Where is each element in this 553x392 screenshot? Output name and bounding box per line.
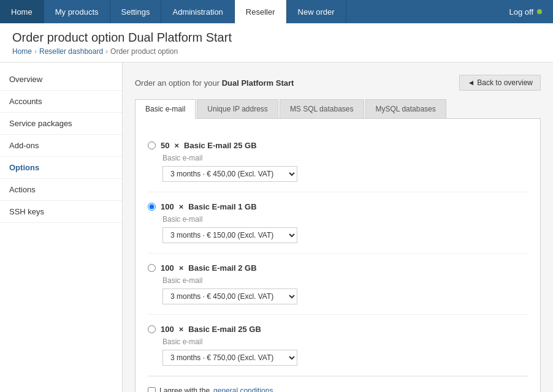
nav-administration[interactable]: Administration [161, 0, 234, 23]
order-intro-text: Order an option for your Dual Platform S… [135, 78, 294, 88]
sidebar-item-add-ons[interactable]: Add-ons [0, 135, 122, 157]
option-quantity-3: 100 [161, 263, 174, 273]
nav-home[interactable]: Home [0, 0, 44, 23]
logoff-button[interactable]: Log off [498, 0, 553, 23]
back-chevron-icon: ◄ [467, 78, 475, 87]
option-row-2: 100 × Basic E-mail 1 GB Basic e-mail 3 m… [148, 192, 528, 254]
option-sublabel-1: Basic e-mail [162, 154, 528, 162]
sidebar-item-accounts[interactable]: Accounts [0, 91, 122, 113]
breadcrumb-sep1: › [34, 47, 37, 56]
option-name-1: Basic E-mail 25 GB [184, 141, 257, 150]
tab-unique-ip[interactable]: Unique IP address [197, 99, 278, 118]
order-product-name: Dual Platform Start [222, 78, 294, 88]
option-row-3: 100 × Basic E-mail 2 GB Basic e-mail 3 m… [148, 254, 528, 315]
option-label-2[interactable]: 100 × Basic E-mail 1 GB [148, 202, 528, 211]
page-title: Order product option Dual Platform Start [12, 31, 541, 45]
option-period-select-4[interactable]: 3 months · € 750,00 (Excl. VAT) [162, 350, 297, 366]
tab-content: 50 × Basic E-mail 25 GB Basic e-mail 3 m… [135, 119, 541, 392]
tab-ms-sql[interactable]: MS SQL databases [280, 99, 364, 118]
sidebar: Overview Accounts Service packages Add-o… [0, 62, 123, 392]
option-label-1[interactable]: 50 × Basic E-mail 25 GB [148, 141, 528, 150]
option-select-row-1: 3 months · € 450,00 (Excl. VAT) [162, 166, 528, 182]
agreement-link[interactable]: general conditions [213, 386, 273, 392]
sidebar-item-service-packages[interactable]: Service packages [0, 113, 122, 135]
top-navigation: Home My products Settings Administration… [0, 0, 553, 23]
option-select-row-4: 3 months · € 750,00 (Excl. VAT) [162, 350, 528, 366]
option-row-4: 100 × Basic E-mail 25 GB Basic e-mail 3 … [148, 315, 528, 376]
option-name-3: Basic E-mail 2 GB [188, 263, 256, 273]
option-radio-3[interactable] [148, 264, 156, 272]
sidebar-item-overview[interactable]: Overview [0, 69, 122, 91]
agreement-text-before: I agree with the [159, 386, 210, 392]
agreement-checkbox[interactable] [148, 387, 156, 393]
online-indicator [537, 9, 542, 14]
option-label-4[interactable]: 100 × Basic E-mail 25 GB [148, 325, 528, 334]
nav-settings[interactable]: Settings [110, 0, 162, 23]
option-label-3[interactable]: 100 × Basic E-mail 2 GB [148, 263, 528, 273]
option-select-row-2: 3 months · € 150,00 (Excl. VAT) [162, 227, 528, 243]
option-period-select-3[interactable]: 3 months · € 450,00 (Excl. VAT) [162, 288, 297, 304]
option-sublabel-4: Basic e-mail [162, 337, 528, 346]
tab-basic-email[interactable]: Basic e-mail [135, 99, 196, 119]
breadcrumb-current: Order product option [110, 47, 178, 56]
logoff-label: Log off [509, 7, 533, 17]
order-header: Order an option for your Dual Platform S… [135, 75, 541, 91]
breadcrumb-home[interactable]: Home [12, 47, 32, 56]
sidebar-item-ssh-keys[interactable]: SSH keys [0, 201, 122, 223]
breadcrumb: Home › Reseller dashboard › Order produc… [12, 47, 541, 56]
option-radio-4[interactable] [148, 325, 156, 333]
option-quantity-4: 100 [161, 325, 174, 334]
sidebar-item-actions[interactable]: Actions [0, 179, 122, 201]
option-quantity-2: 100 [161, 202, 174, 211]
sidebar-item-options[interactable]: Options [0, 157, 122, 179]
option-name-2: Basic E-mail 1 GB [188, 202, 256, 211]
breadcrumb-reseller-dashboard[interactable]: Reseller dashboard [39, 47, 103, 56]
option-select-row-3: 3 months · € 450,00 (Excl. VAT) [162, 288, 528, 304]
agreement-check: I agree with the general conditions [148, 386, 528, 392]
content-area: Order an option for your Dual Platform S… [123, 62, 553, 392]
tabs: Basic e-mail Unique IP address MS SQL da… [135, 99, 541, 119]
option-sublabel-2: Basic e-mail [162, 215, 528, 224]
option-row-1: 50 × Basic E-mail 25 GB Basic e-mail 3 m… [148, 131, 528, 192]
breadcrumb-area: Order product option Dual Platform Start… [0, 23, 553, 62]
option-quantity-1: 50 [161, 141, 169, 150]
option-radio-2[interactable] [148, 203, 156, 211]
back-to-overview-button[interactable]: ◄ Back to overview [459, 75, 541, 91]
nav-my-products[interactable]: My products [44, 0, 110, 23]
nav-reseller[interactable]: Reseller [235, 0, 287, 23]
agreement-row: I agree with the general conditions This… [148, 376, 528, 392]
main-layout: Overview Accounts Service packages Add-o… [0, 62, 553, 392]
option-period-select-2[interactable]: 3 months · € 150,00 (Excl. VAT) [162, 227, 297, 243]
option-radio-1[interactable] [148, 141, 156, 149]
option-sublabel-3: Basic e-mail [162, 276, 528, 285]
breadcrumb-sep2: › [105, 47, 108, 56]
option-name-4: Basic E-mail 25 GB [188, 325, 261, 334]
tab-mysql[interactable]: MySQL databases [365, 99, 446, 118]
nav-new-order[interactable]: New order [287, 0, 346, 23]
option-period-select-1[interactable]: 3 months · € 450,00 (Excl. VAT) [162, 166, 297, 182]
